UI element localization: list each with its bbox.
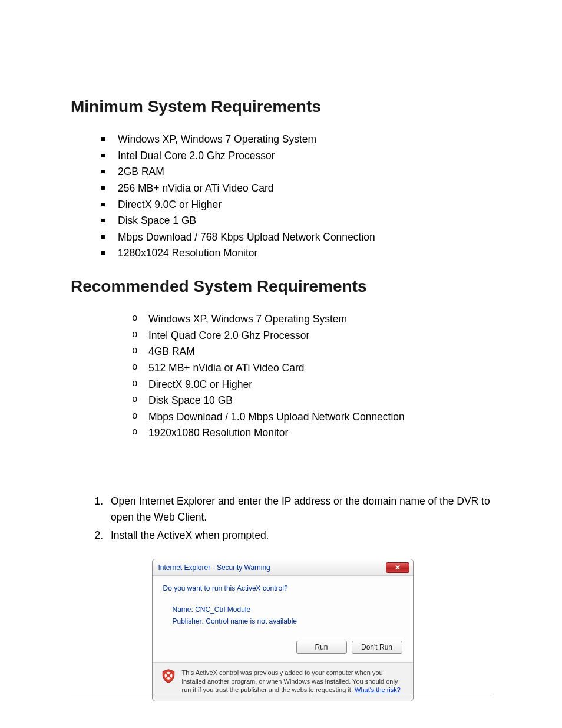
- page-footer-rule: [71, 696, 494, 696]
- dialog-button-row: Run Don't Run: [153, 634, 413, 662]
- list-item: Disk Space 10 GB: [137, 394, 494, 408]
- minimum-heading: Minimum System Requirements: [71, 97, 494, 116]
- dialog-body: Do you want to run this ActiveX control?…: [153, 576, 413, 634]
- recommended-heading: Recommended System Requirements: [71, 277, 494, 296]
- list-item: 256 MB+ nVidia or ATi Video Card: [106, 182, 494, 196]
- list-item: Windows XP, Windows 7 Operating System: [137, 312, 494, 327]
- whats-the-risk-link[interactable]: What's the risk?: [355, 686, 401, 693]
- name-value: CNC_Ctrl Module: [195, 605, 250, 614]
- dialog-publisher-row: Publisher: Control name is not available: [173, 617, 402, 625]
- minimum-requirements-list: Windows XP, Windows 7 Operating System I…: [106, 133, 494, 261]
- steps-list: Open Internet Explorer and enter the IP …: [106, 493, 494, 543]
- name-label: Name:: [173, 605, 193, 614]
- list-item: Windows XP, Windows 7 Operating System: [106, 133, 494, 147]
- step-item: Install the ActiveX when prompted.: [106, 528, 494, 543]
- shield-warning-icon: [161, 668, 176, 684]
- footer-rule-left: [71, 696, 253, 696]
- dialog-titlebar: Internet Explorer - Security Warning ✕: [153, 559, 413, 576]
- security-warning-dialog: Internet Explorer - Security Warning ✕ D…: [152, 559, 414, 701]
- list-item: 1920x1080 Resolution Monitor: [137, 426, 494, 440]
- list-item: Intel Quad Core 2.0 Ghz Processor: [137, 329, 494, 343]
- publisher-value: Control name is not available: [206, 617, 297, 625]
- publisher-label: Publisher:: [173, 617, 204, 625]
- list-item: DirectX 9.0C or Higher: [106, 198, 494, 212]
- list-item: Mbps Download / 768 Kbps Upload Network …: [106, 230, 494, 245]
- list-item: Disk Space 1 GB: [106, 214, 494, 228]
- dialog-title: Internet Explorer - Security Warning: [158, 564, 270, 572]
- dialog-footer-text: This ActiveX control was previously adde…: [182, 668, 405, 694]
- step-item: Open Internet Explorer and enter the IP …: [106, 493, 494, 525]
- list-item: 4GB RAM: [137, 345, 494, 359]
- list-item: 512 MB+ nVidia or ATi Video Card: [137, 361, 494, 375]
- footer-rule-right: [312, 696, 494, 696]
- list-item: 1280x1024 Resolution Monitor: [106, 246, 494, 261]
- dialog-name-row: Name: CNC_Ctrl Module: [173, 605, 402, 614]
- list-item: Intel Dual Core 2.0 Ghz Processor: [106, 149, 494, 163]
- list-item: 2GB RAM: [106, 165, 494, 179]
- list-item: DirectX 9.0C or Higher: [137, 378, 494, 392]
- close-icon: ✕: [395, 564, 401, 572]
- dialog-question: Do you want to run this ActiveX control?: [163, 584, 402, 592]
- run-button[interactable]: Run: [296, 641, 347, 654]
- close-button[interactable]: ✕: [386, 562, 409, 573]
- recommended-requirements-list: Windows XP, Windows 7 Operating System I…: [137, 312, 494, 440]
- list-item: Mbps Download / 1.0 Mbps Upload Network …: [137, 410, 494, 424]
- dont-run-button[interactable]: Don't Run: [352, 641, 402, 654]
